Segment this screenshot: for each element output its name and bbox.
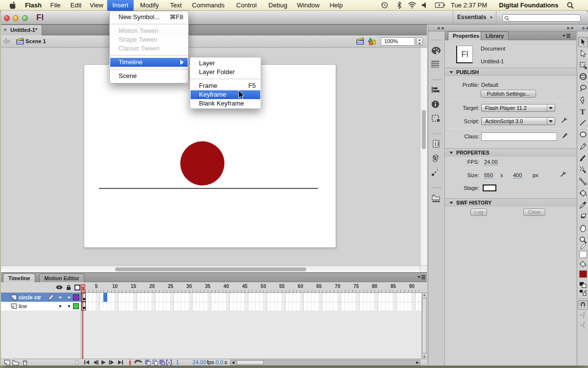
minimize-window-button[interactable] xyxy=(13,15,19,21)
expand-tools-icon[interactable]: ►► xyxy=(582,26,588,30)
timeline-vertical-scrollbar[interactable]: ▲ ▼ xyxy=(421,293,427,359)
color-panel-icon[interactable] xyxy=(431,46,442,57)
swatches-panel-icon[interactable] xyxy=(431,60,442,71)
menubar-item-help[interactable]: Help xyxy=(330,0,343,11)
layer-name[interactable]: line xyxy=(19,302,27,311)
stroke-color-swatch[interactable] xyxy=(579,251,587,258)
timeline-horizontal-scrollbar[interactable]: ◀▶ xyxy=(230,360,420,366)
play-button[interactable] xyxy=(101,360,106,365)
menu-bar-clock[interactable]: Tue 2:37 PM xyxy=(451,0,487,11)
straighten-option-icon[interactable] xyxy=(579,321,587,329)
size-height-value[interactable]: 400 xyxy=(513,172,522,179)
menu-item-keyframe[interactable]: Keyframe xyxy=(191,90,260,99)
scrollbar-thumb[interactable] xyxy=(115,267,306,271)
menu-item-timeline[interactable]: Timeline xyxy=(110,58,188,67)
elapsed-time-indicator[interactable]: 0.0 xyxy=(216,359,223,366)
hand-tool[interactable] xyxy=(578,223,588,234)
clear-button[interactable]: Clear xyxy=(523,209,545,216)
menu-item-frame[interactable]: FrameF5 xyxy=(191,81,260,90)
3d-rotation-tool[interactable] xyxy=(578,72,588,82)
timeline-ruler[interactable]: 51015202530354045505560657075808590 xyxy=(0,284,421,289)
menu-item-new-symbol-[interactable]: New Symbol...⌘F8 xyxy=(110,13,188,22)
menubar-item-edit[interactable]: Edit xyxy=(71,0,81,11)
pencil-tool[interactable] xyxy=(578,142,588,152)
new-layer-icon[interactable] xyxy=(4,360,10,366)
project-panel-icon[interactable] xyxy=(431,194,442,205)
black-white-colors-icon[interactable] xyxy=(579,282,587,288)
tab-timeline[interactable]: Timeline xyxy=(3,273,35,283)
eraser-tool[interactable] xyxy=(578,211,588,222)
smooth-option-icon[interactable] xyxy=(579,311,587,319)
layer-outline-color-swatch[interactable] xyxy=(73,294,79,300)
edit-multiple-frames-button[interactable] xyxy=(159,360,165,366)
scroll-down-icon[interactable]: ▼ xyxy=(423,355,426,358)
apple-logo[interactable] xyxy=(9,0,16,11)
components-panel-icon[interactable] xyxy=(431,154,442,165)
code-snippets-panel-icon[interactable]: {} xyxy=(431,140,442,151)
layer-row-line[interactable]: line xyxy=(0,302,81,311)
delete-layer-trash-icon[interactable] xyxy=(22,360,28,366)
layer-lock-dot[interactable] xyxy=(68,305,70,307)
canvas-vertical-scrollbar[interactable] xyxy=(420,48,427,265)
playhead-marker[interactable]: 1 xyxy=(81,284,85,293)
menubar-item-control[interactable]: Control xyxy=(236,0,257,11)
oval-tool[interactable] xyxy=(578,130,588,140)
close-tab-icon[interactable]: × xyxy=(3,25,7,35)
script-dropdown[interactable]: ActionScript 3.0 xyxy=(481,117,555,125)
panel-resize-gripper[interactable] xyxy=(75,360,78,365)
window-titlebar[interactable]: Fl Essentials▾ xyxy=(0,11,588,25)
playhead-line[interactable] xyxy=(82,293,83,359)
panel-menu-icon[interactable] xyxy=(563,34,570,38)
loop-playback-button[interactable] xyxy=(134,360,143,366)
free-transform-tool[interactable] xyxy=(578,60,588,71)
menubar-item-debug[interactable]: Debug xyxy=(269,0,287,11)
menu-item-blank-keyframe[interactable]: Blank Keyframe xyxy=(191,99,260,108)
fill-color-swatch[interactable] xyxy=(579,270,587,278)
fps-value[interactable]: 24.00 xyxy=(484,159,498,165)
scrollbar-thumb[interactable] xyxy=(422,298,427,353)
publish-section-header[interactable]: PUBLISH xyxy=(445,68,576,76)
scroll-up-icon[interactable]: ▲ xyxy=(423,293,426,296)
swf-history-section-header[interactable]: SWF HISTORY xyxy=(445,198,576,207)
go-to-last-frame-button[interactable] xyxy=(118,360,123,365)
publish-settings-button[interactable]: Publish Settings... xyxy=(481,90,536,98)
current-frame-indicator[interactable]: 1 xyxy=(176,359,179,366)
onion-skin-button[interactable] xyxy=(145,360,151,366)
center-frame-button[interactable] xyxy=(128,360,132,366)
menubar-item-window[interactable]: Window xyxy=(297,0,319,11)
volume-icon[interactable] xyxy=(422,0,427,11)
stage-line-shape[interactable] xyxy=(99,188,318,189)
expand-panel-icon[interactable]: ►► xyxy=(566,26,574,30)
step-forward-button[interactable] xyxy=(109,360,115,365)
step-back-button[interactable] xyxy=(93,360,98,365)
menubar-item-insert[interactable]: Insert xyxy=(107,0,134,11)
tab-library[interactable]: Library xyxy=(481,31,509,40)
canvas-horizontal-scrollbar[interactable] xyxy=(0,265,420,272)
layer-outline-color-swatch[interactable] xyxy=(73,303,79,309)
line-tool[interactable] xyxy=(578,118,588,129)
wrench-icon[interactable] xyxy=(560,171,566,178)
menubar-item-commands[interactable]: Commands xyxy=(192,0,224,11)
spotlight-search-icon[interactable] xyxy=(567,0,574,11)
edit-symbols-icon[interactable] xyxy=(368,37,376,46)
lasso-tool[interactable] xyxy=(578,83,588,94)
document-tab[interactable]: × Untitled-1* xyxy=(0,25,42,36)
spray-brush-tool[interactable] xyxy=(578,165,588,175)
menu-item-layer[interactable]: Layer xyxy=(191,59,260,68)
layer-visibility-dot[interactable] xyxy=(59,305,61,307)
menubar-item-view[interactable]: View xyxy=(90,0,103,11)
stage-circle-shape[interactable] xyxy=(180,141,224,185)
layer-visibility-dot[interactable] xyxy=(59,296,61,298)
transform-panel-icon[interactable] xyxy=(431,114,442,125)
snap-to-objects-button[interactable] xyxy=(578,300,588,310)
menu-item-motion-tween[interactable]: Motion Tween xyxy=(110,26,188,35)
workspace-switcher[interactable]: Essentials▾ xyxy=(453,11,496,25)
swap-colors-icon[interactable] xyxy=(579,289,587,296)
pencil-edit-icon[interactable] xyxy=(562,132,568,139)
menu-item-classic-tween[interactable]: Classic Tween xyxy=(110,44,188,53)
eyedropper-tool[interactable] xyxy=(578,200,588,210)
wifi-icon[interactable] xyxy=(408,0,416,11)
tab-properties[interactable]: Properties xyxy=(448,31,484,40)
subselection-tool[interactable] xyxy=(578,49,588,59)
collapse-dock-icon[interactable]: ◄◄ xyxy=(436,26,444,30)
